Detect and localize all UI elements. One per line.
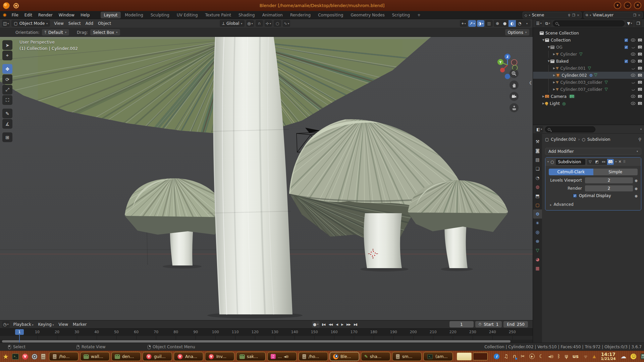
taskbar-task-inv[interactable]: VInv...	[205, 352, 234, 361]
taskbar-task-wall[interactable]: wall...	[80, 352, 110, 361]
object-type-visibility-dropdown[interactable]: ⌖▾	[460, 20, 467, 27]
timeline-editor-type-button[interactable]: ◷▾	[2, 321, 10, 328]
hide-eye-toggle-closed[interactable]	[631, 88, 635, 90]
show-on-cage-toggle[interactable]: ◩	[594, 159, 600, 165]
timeline-menu-view[interactable]: View	[56, 322, 70, 327]
auto-keying-button[interactable]: ●▾	[312, 321, 320, 328]
taskbar-task-ho[interactable]: /ho...	[299, 352, 328, 361]
volume-icon[interactable]: ◄)))	[548, 355, 553, 358]
shading-rendered-button[interactable]: ◔	[516, 20, 523, 27]
shading-wireframe-button[interactable]: ⊕	[494, 20, 501, 27]
close-button[interactable]: ✕	[634, 2, 641, 9]
play-button[interactable]: ▶	[339, 322, 345, 327]
weather-icon[interactable]: ☁	[621, 353, 626, 360]
menu-render[interactable]: Render	[35, 11, 56, 19]
proportional-editing-toggle[interactable]: ○	[274, 20, 281, 27]
show-gizmo-toggle[interactable]: ↗▾	[468, 20, 476, 27]
drag-dropdown[interactable]: Select Box▾	[90, 29, 120, 36]
collapse-arrow-icon[interactable]: ▼	[542, 39, 545, 42]
pan-hand-button[interactable]	[509, 80, 519, 89]
tab-material[interactable]: ◕	[533, 255, 542, 264]
tab-collection[interactable]: ⬒	[533, 191, 542, 200]
workspace-tab-rendering[interactable]: Rendering	[287, 12, 314, 18]
frame-end-field[interactable]: End250	[503, 321, 528, 327]
animate-dot[interactable]: ●	[633, 194, 638, 198]
annotate-tool[interactable]: ✎	[2, 109, 12, 118]
playhead[interactable]	[19, 334, 20, 343]
workspace-tab-texture-paint[interactable]: Texture Paint	[202, 12, 234, 18]
properties-editor-type-button[interactable]: ◧▾	[535, 126, 543, 133]
next-keyframe-button[interactable]: ▶▶	[345, 322, 352, 327]
tab-view-layer[interactable]: ❏	[533, 164, 542, 173]
animate-dot[interactable]: ●	[633, 179, 638, 182]
desktop-1-button[interactable]	[457, 353, 472, 360]
disable-in-render-toggle[interactable]	[638, 67, 642, 70]
viewlayer-selector[interactable]: ⧉▾ ViewLayer ❐ ✕	[584, 12, 643, 18]
expand-arrow-icon[interactable]: ▶	[552, 53, 556, 56]
vivaldi-launcher-icon[interactable]: V	[22, 354, 28, 360]
outliner-row-cylinder-001[interactable]: ▶▼Cylinder.001▽	[533, 65, 644, 72]
editor-type-button[interactable]: ◫▾	[2, 20, 10, 27]
modifier-drag-handle[interactable]: ⠿	[623, 160, 626, 164]
disable-in-render-toggle[interactable]	[638, 95, 642, 98]
workspace-tab-animation[interactable]: Animation	[259, 12, 286, 18]
desktop-2-button[interactable]	[473, 353, 488, 360]
pin-id-icon[interactable]: ⚲	[638, 137, 641, 142]
exclude-checkbox[interactable]: ✓	[624, 59, 628, 63]
emoji-icon[interactable]: ☺	[631, 354, 636, 359]
menu-edit[interactable]: Edit	[21, 11, 35, 19]
workspace-tab-geometry-nodes[interactable]: Geometry Nodes	[347, 12, 388, 18]
night-light-icon[interactable]: ☾	[539, 353, 543, 359]
tab-particles[interactable]: ✳	[533, 219, 542, 228]
expand-arrow-icon[interactable]: ▶	[542, 102, 545, 105]
taskbar-task-[interactable]: ♫...◄)))	[267, 352, 297, 361]
workspace-tab--[interactable]: +	[414, 12, 424, 18]
outliner-row-cylinder-002[interactable]: ▶▼Cylinder.002⚙▽	[533, 72, 644, 79]
wifi-icon[interactable]	[583, 354, 588, 358]
remove-viewlayer-icon[interactable]: ✕	[638, 13, 641, 17]
delete-modifier-button[interactable]: ✕	[619, 160, 622, 164]
transform-orientation-dropdown[interactable]: ⟂ Global▾	[220, 20, 245, 27]
outliner-row-camera[interactable]: ▶Camera	[533, 93, 644, 100]
disable-in-render-toggle[interactable]	[638, 46, 642, 49]
hide-eye-toggle[interactable]	[631, 102, 635, 105]
show-in-viewport-toggle[interactable]: ▭	[600, 159, 607, 165]
outliner-editor-type-button[interactable]: ☰▾	[535, 20, 543, 27]
rotate-tool[interactable]: ⟳	[2, 74, 12, 84]
taskbar-task-ho[interactable]: /ho...	[49, 352, 78, 361]
outliner-display-mode-button[interactable]: ⧉▾	[544, 20, 551, 27]
calculator-icon[interactable]	[641, 354, 644, 359]
scene-name[interactable]: Scene	[532, 13, 567, 17]
prev-keyframe-button[interactable]: ◀◀	[327, 322, 334, 327]
tab-output[interactable]: ▤	[533, 155, 542, 164]
blender-menu-icon[interactable]: ✺	[3, 12, 7, 18]
add-cube-tool[interactable]: ⊞	[2, 132, 12, 142]
taskbar-task-sm[interactable]: sm...	[392, 352, 422, 361]
tab-tool[interactable]: ⚒	[533, 137, 542, 146]
3d-viewport[interactable]: User Perspective (1) Collection | Cylind…	[0, 37, 533, 320]
tab-world[interactable]: ◍	[533, 182, 542, 191]
zoom-button[interactable]	[509, 69, 519, 78]
tab-physics[interactable]: ◎	[533, 228, 542, 237]
sidebar-collapse-arrow[interactable]: ❮	[529, 80, 532, 85]
breadcrumb-modifier[interactable]: Subdivision	[587, 137, 610, 142]
timeline-menu-marker[interactable]: Marker	[70, 322, 89, 327]
bluetooth-icon[interactable]: ᛒ	[557, 353, 560, 359]
outliner-row-cylinder-003-collider[interactable]: ▶▼Cylinder.003_collider▽	[533, 79, 644, 86]
outliner-row-cylinder[interactable]: ▶▼Cylinder▽	[533, 51, 644, 58]
collapse-arrow-icon[interactable]: ▼	[547, 46, 550, 49]
workspace-tab-modeling[interactable]: Modeling	[121, 12, 147, 18]
new-viewlayer-icon[interactable]: ❐	[633, 13, 636, 17]
outliner-filter-button[interactable]: ▼▾	[626, 20, 633, 27]
timeline-menu-keying[interactable]: Keying ▾	[36, 322, 56, 327]
viewlayer-name[interactable]: ViewLayer	[593, 13, 631, 17]
outliner-row-og[interactable]: ▼OG✓	[533, 44, 644, 51]
advanced-section-toggle[interactable]: ▸Advanced	[549, 202, 638, 207]
render-levels-field[interactable]: 2	[585, 185, 633, 191]
expand-arrow-icon[interactable]: ▶	[552, 88, 556, 91]
taskbar-task-am[interactable]: >_(am...	[423, 352, 453, 361]
properties-options-chevron[interactable]: ▾	[640, 128, 642, 131]
new-scene-icon[interactable]: ❐	[572, 13, 575, 17]
camera-view-button[interactable]	[509, 92, 519, 101]
menu-help[interactable]: Help	[77, 11, 93, 19]
